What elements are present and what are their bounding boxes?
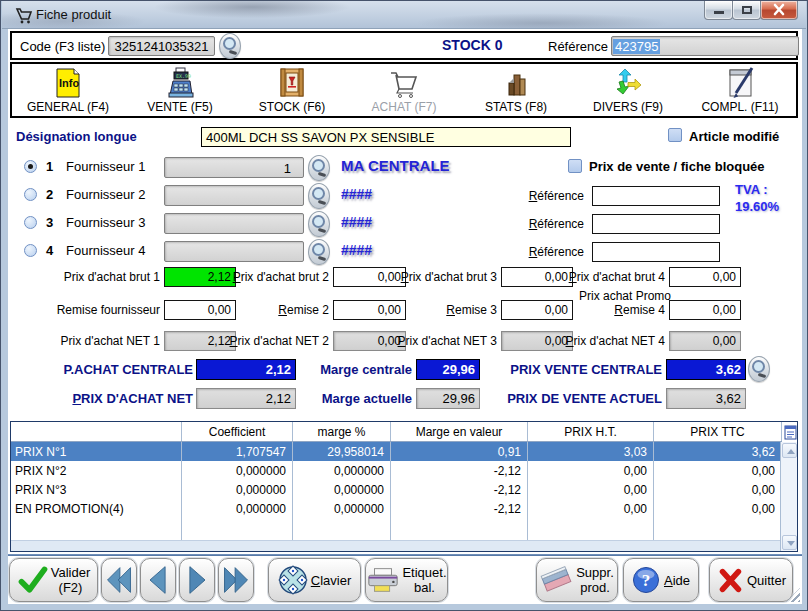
brut1-label: Prix d'achat brut 1 — [8, 270, 160, 284]
achat-net-label: PRIX D'ACHAT NET — [8, 391, 193, 406]
supplier1-search-icon[interactable] — [308, 155, 330, 181]
supprimer-produit-button[interactable]: Suppr.prod. — [536, 558, 618, 602]
reference-selected-value: 423795 — [613, 39, 660, 54]
title-bar[interactable]: Fiche produit — [2, 1, 806, 29]
minimize-button[interactable] — [704, 1, 733, 20]
double-right-arrow-icon — [221, 564, 251, 596]
vente-search-icon[interactable] — [748, 356, 770, 382]
last-record-button[interactable] — [218, 558, 254, 602]
supplier1-name: MA CENTRALE — [341, 157, 450, 174]
keyboard-icon — [278, 565, 308, 595]
tab-complement[interactable]: COMPL. (F11) — [684, 64, 796, 116]
double-left-arrow-icon — [104, 564, 134, 596]
etiquette-balance-button[interactable]: Etiquet.bal. — [365, 558, 448, 602]
reference-input[interactable]: 423795 — [611, 36, 799, 56]
table-properties-icon[interactable] — [784, 424, 797, 440]
code-label: Code (F3 liste) — [20, 39, 105, 54]
remise3-label: Remise 3 — [336, 303, 497, 317]
supplier2-radio[interactable] — [24, 188, 37, 201]
tab-divers[interactable]: DIVERS (F9) — [572, 64, 684, 116]
promo-label: Prix achat Promo — [579, 289, 671, 303]
supplier1-label: Fournisseur 1 — [66, 159, 145, 174]
svg-text:EX.99: EX.99 — [176, 73, 191, 79]
supplier3-reference-input[interactable] — [592, 214, 720, 234]
tab-stats[interactable]: STATS (F8) — [460, 64, 572, 116]
tva-value: 19.60% — [735, 198, 779, 215]
etiquette-label2: bal. — [402, 580, 446, 595]
code-input[interactable]: 3251241035321 — [108, 36, 215, 56]
cash-register-icon: EX.99 — [165, 67, 195, 99]
code-search-icon[interactable] — [219, 33, 241, 59]
supplier2-search-icon[interactable] — [308, 183, 330, 209]
valider-label: Valider — [51, 565, 91, 580]
achat-centrale-value[interactable]: 2,12 — [196, 359, 296, 380]
suppr-label: Suppr. — [576, 565, 614, 580]
supplier1-code-input[interactable]: 1 — [164, 157, 304, 178]
table-empty-area — [11, 518, 782, 540]
valider-shortcut: (F2) — [51, 580, 91, 595]
designation-input[interactable]: 400ML DCH SS SAVON PX SENSIBLE — [201, 127, 571, 147]
achat-centrale-label: P.ACHAT CENTRALE — [8, 362, 193, 377]
header-cell: marge % — [293, 422, 391, 441]
previous-record-button[interactable] — [140, 558, 176, 602]
marge-centrale-value[interactable]: 29,96 — [416, 359, 480, 380]
supplier2-reference-label: Référence — [488, 189, 584, 203]
marge-centrale-label: Marge centrale — [300, 362, 412, 377]
arrows-icon — [613, 67, 643, 99]
aide-button[interactable]: ? Aide — [623, 558, 699, 602]
maximize-icon — [742, 6, 752, 14]
supplier4-search-icon[interactable] — [308, 239, 330, 265]
table-scrollbar[interactable] — [780, 442, 797, 551]
supplier2-reference-input[interactable] — [592, 186, 720, 206]
header-cell: PRIX H.T. — [528, 422, 654, 441]
tab-label: ACHAT (F7) — [372, 100, 437, 114]
table-row-prix3[interactable]: PRIX N°3 0,000000 0,000000 -2,12 0,00 0,… — [11, 480, 782, 499]
table-row-promotion[interactable]: EN PROMOTION(4) 0,000000 0,000000 -2,12 … — [11, 499, 782, 518]
supplier2-label: Fournisseur 2 — [66, 187, 145, 202]
window-title: Fiche produit — [36, 7, 111, 22]
supplier4-reference-input[interactable] — [592, 242, 720, 262]
supplier4-radio[interactable] — [24, 244, 37, 257]
fiche-bloquee-checkbox[interactable] — [568, 159, 582, 173]
tab-label: STATS (F8) — [485, 100, 547, 114]
scroll-up-icon[interactable] — [782, 443, 797, 458]
close-icon — [761, 1, 797, 18]
table-row-prix1[interactable]: PRIX N°1 1,707547 29,958014 0,91 3,03 3,… — [11, 442, 782, 461]
supplier1-radio[interactable] — [24, 160, 37, 173]
article-modifie-checkbox[interactable] — [668, 128, 682, 142]
supplier4-code-input[interactable] — [164, 241, 304, 262]
marge-actuelle-value: 29,96 — [416, 388, 480, 409]
close-button[interactable] — [760, 1, 798, 20]
supplier3-search-icon[interactable] — [308, 211, 330, 237]
fiche-bloquee-label: Prix de vente / fiche bloquée — [589, 159, 765, 174]
remise2-label: Remise 2 — [168, 303, 329, 317]
separator-line — [8, 554, 802, 556]
scroll-down-icon[interactable] — [782, 535, 797, 550]
tab-label: GENERAL (F4) — [27, 100, 109, 114]
remise4-label: Remise 4 — [504, 303, 665, 317]
quitter-button[interactable]: Quitter — [709, 558, 793, 602]
supplier3-code-input[interactable] — [164, 213, 304, 234]
reference-label: Référence — [548, 39, 608, 54]
brut4-input[interactable]: 0,00 — [669, 267, 741, 287]
tab-general[interactable]: Info GENERAL (F4) — [12, 64, 124, 116]
supplier2-code-input[interactable] — [164, 185, 304, 206]
tab-stock[interactable]: STOCK (F6) — [236, 64, 348, 116]
stats-icon — [501, 67, 531, 99]
supplier4-label: Fournisseur 4 — [66, 243, 145, 258]
next-record-button[interactable] — [179, 558, 215, 602]
suppr-label2: prod. — [576, 580, 614, 595]
clavier-button[interactable]: Clavier — [268, 558, 361, 602]
vente-centrale-label: PRIX VENTE CENTRALE — [478, 362, 662, 377]
supplier3-reference-label: Référence — [488, 217, 584, 231]
table-row-prix2[interactable]: PRIX N°2 0,000000 0,000000 -2,12 0,00 0,… — [11, 461, 782, 480]
designation-label: Désignation longue — [16, 129, 137, 144]
tab-vente[interactable]: EX.99 VENTE (F5) — [124, 64, 236, 116]
remise4-input[interactable]: 0,00 — [669, 300, 741, 320]
valider-button[interactable]: Valider(F2) — [9, 558, 98, 602]
first-record-button[interactable] — [101, 558, 137, 602]
supplier3-radio[interactable] — [24, 216, 37, 229]
vente-centrale-value[interactable]: 3,62 — [666, 359, 746, 380]
tab-achat[interactable]: ACHAT (F7) — [348, 64, 460, 116]
maximize-button[interactable] — [732, 1, 761, 20]
